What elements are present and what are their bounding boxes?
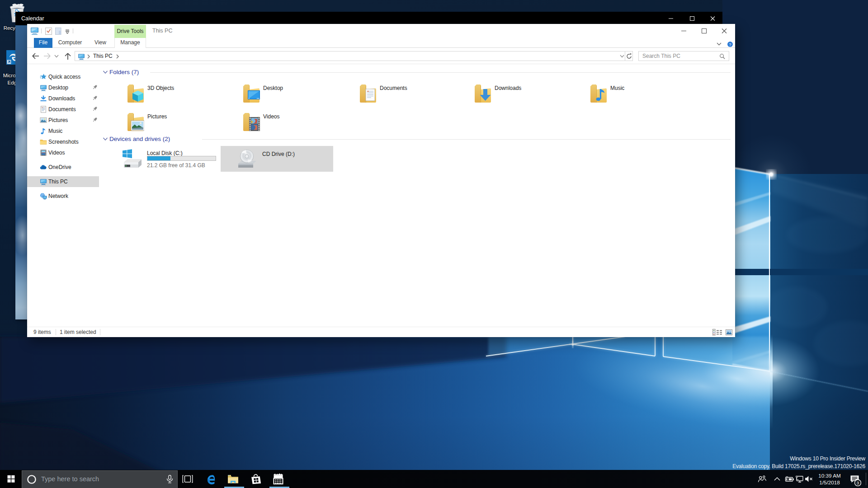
- svg-text:3: 3: [857, 480, 859, 485]
- svg-text:?: ?: [729, 42, 731, 47]
